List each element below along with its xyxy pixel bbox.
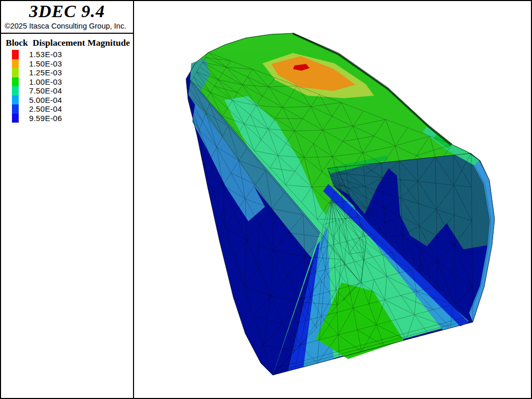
legend-panel: 3DEC 9.4 ©2025 Itasca Consulting Group, … bbox=[1, 1, 134, 398]
legend-header: Block Displacement Magnitude bbox=[6, 37, 133, 48]
legend-entry: 1.53E-03 bbox=[12, 50, 133, 59]
legend-entry: 9.59E-06 bbox=[12, 114, 133, 123]
legend-value: 9.59E-06 bbox=[29, 114, 62, 123]
legend-color-swatch bbox=[12, 96, 19, 105]
legend-value: 1.53E-03 bbox=[29, 50, 62, 59]
legend-color-swatch bbox=[12, 59, 19, 69]
legend-value: 2.50E-04 bbox=[29, 104, 62, 114]
legend-entries: 1.53E-031.50E-031.25E-031.00E-037.50E-04… bbox=[12, 50, 133, 123]
app-title: 3DEC 9.4 bbox=[1, 2, 133, 21]
legend-color-swatch bbox=[12, 77, 19, 87]
legend-color-swatch bbox=[12, 104, 19, 114]
legend-entry: 7.50E-04 bbox=[12, 86, 133, 96]
legend-color-swatch bbox=[12, 68, 19, 77]
legend-color-swatch bbox=[12, 86, 19, 96]
legend-value: 7.50E-04 bbox=[29, 86, 62, 96]
legend-entry: 1.00E-03 bbox=[12, 77, 133, 87]
legend-value: 5.00E-04 bbox=[29, 96, 62, 105]
legend-color-swatch bbox=[12, 50, 19, 59]
legend-entry: 5.00E-04 bbox=[12, 96, 133, 105]
legend-entry: 1.25E-03 bbox=[12, 68, 133, 77]
legend-color-swatch bbox=[12, 114, 19, 123]
application-window: 3DEC 9.4 ©2025 Itasca Consulting Group, … bbox=[0, 0, 532, 399]
legend-block-label: Block bbox=[6, 37, 28, 48]
legend-value: 1.00E-03 bbox=[29, 77, 62, 87]
legend-divider bbox=[1, 33, 133, 34]
legend-value: 1.25E-03 bbox=[29, 68, 62, 77]
legend-entry: 2.50E-04 bbox=[12, 104, 133, 114]
legend-field-label: Displacement Magnitude bbox=[33, 37, 130, 48]
copyright-text: ©2025 Itasca Consulting Group, Inc. bbox=[5, 22, 133, 30]
legend-entry: 1.50E-03 bbox=[12, 59, 133, 69]
legend-value: 1.50E-03 bbox=[29, 59, 62, 69]
